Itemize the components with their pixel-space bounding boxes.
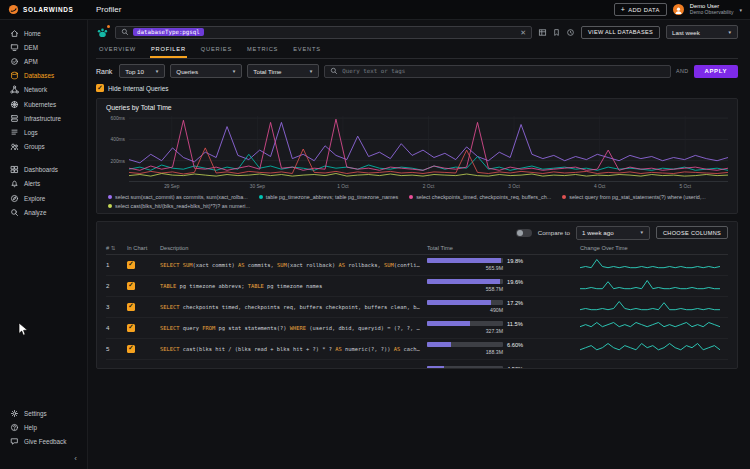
chevron-down-icon: ▼ — [232, 69, 237, 74]
rank-metric-select[interactable]: Total Time ▼ — [247, 64, 319, 78]
legend-item[interactable]: select sum(xact_commit) as commits, sum(… — [108, 194, 248, 200]
table-row[interactable]: 5 ✓ SELECT cast(blks_hit / (blks_read + … — [106, 339, 728, 360]
col-description-header: Description — [160, 245, 422, 251]
sidebar-collapse-button[interactable]: ‹ — [0, 449, 87, 469]
hide-internal-queries[interactable]: ✓ Hide Internal Queries — [96, 84, 738, 92]
query-description[interactable]: SELECT checkpoints_timed, checkpoints_re… — [160, 304, 422, 310]
row-checkbox[interactable]: ✓ — [127, 303, 135, 311]
search-icon — [330, 67, 338, 75]
tab-metrics[interactable]: METRICS — [246, 43, 279, 58]
legend-item[interactable]: select checkpoints_timed, checkpoints_re… — [409, 194, 551, 200]
sidebar-item-explore[interactable]: Explore — [0, 191, 87, 205]
add-data-label: ADD DATA — [628, 7, 660, 13]
compare-select[interactable]: 1 week ago ▼ — [576, 226, 650, 240]
sidebar-item-home[interactable]: Home — [0, 26, 87, 40]
sidebar-item-databases[interactable]: Databases — [0, 69, 87, 83]
sidebar-item-groups[interactable]: Groups — [0, 140, 87, 154]
total-time-percent: 17.2% — [507, 300, 523, 306]
sidebar-item-analyze[interactable]: Analyze — [0, 205, 87, 219]
total-time-cell: 6.60% 188.3M — [427, 342, 575, 356]
chevron-down-icon[interactable]: ▾ — [739, 7, 742, 13]
col-num-header[interactable]: # ⇅ — [106, 245, 122, 251]
avatar[interactable] — [673, 4, 684, 15]
total-time-value: 327.3M — [427, 328, 503, 334]
explore-icon — [10, 194, 19, 203]
row-checkbox[interactable]: ✓ — [127, 324, 135, 332]
chevron-down-icon: ▼ — [155, 69, 160, 74]
bookmark-icon[interactable] — [552, 28, 561, 37]
sidebar-secondary-group: DashboardsAlertsExploreAnalyze — [0, 163, 87, 220]
tab-events[interactable]: EVENTS — [292, 43, 322, 58]
sidebar-item-logs[interactable]: Logs — [0, 125, 87, 139]
add-data-button[interactable]: + ADD DATA — [614, 3, 667, 16]
clear-search-icon[interactable]: ✕ — [520, 29, 526, 36]
sidebar-item-help[interactable]: Help — [0, 421, 87, 435]
table-row[interactable]: 1 ✓ SELECT SUM(xact_commit) AS commits, … — [106, 255, 728, 276]
rank-entity-select[interactable]: Queries ▼ — [170, 64, 242, 78]
user-info[interactable]: Demo User Demo Observability — [690, 3, 734, 15]
tab-bar: OVERVIEWPROFILERQUERIESMETRICSEVENTS — [96, 43, 738, 59]
row-checkbox[interactable]: ✓ — [127, 282, 135, 290]
sidebar-item-infrastructure[interactable]: Infrastructure — [0, 111, 87, 125]
time-range-select[interactable]: Last week ▼ — [666, 25, 738, 39]
rank-top-value: Top 10 — [125, 68, 144, 75]
sidebar-item-dashboards[interactable]: Dashboards — [0, 163, 87, 177]
query-search-input[interactable] — [342, 68, 665, 74]
table-row[interactable]: 2 ✓ TABLE pg_timezone_abbrevs; TABLE pg_… — [106, 276, 728, 297]
table-row[interactable]: 6 4.50% — [106, 360, 728, 369]
x-tick-label: 4 Oct — [557, 184, 643, 189]
legend-item[interactable]: select cast(blks_hit/(blks_read+blks_hit… — [108, 203, 250, 209]
sidebar-item-kubernetes[interactable]: Kubernetes — [0, 97, 87, 111]
sidebar-item-label: Alerts — [24, 180, 40, 187]
query-description[interactable]: SELECT SUM(xact_commit) AS commits, SUM(… — [160, 262, 422, 268]
tab-queries[interactable]: QUERIES — [200, 43, 233, 58]
legend-color-dot — [562, 195, 566, 199]
chart-plot-area[interactable]: 29 Sep30 Sep1 Oct2 Oct3 Oct4 Oct5 Oct — [129, 116, 728, 189]
network-icon — [10, 85, 19, 94]
row-number: 3 — [106, 303, 122, 310]
table-row[interactable]: 3 ✓ SELECT checkpoints_timed, checkpoint… — [106, 297, 728, 318]
table-view-icon[interactable] — [538, 28, 547, 37]
total-time-value: 188.3M — [427, 349, 503, 355]
view-all-databases-button[interactable]: VIEW ALL DATABASES — [581, 26, 660, 39]
legend-item[interactable]: table pg_timezone_abbrevs; table pg_time… — [259, 194, 398, 200]
x-tick-label: 2 Oct — [386, 184, 472, 189]
sidebar: HomeDEMAPMDatabasesNetworkKubernetesInfr… — [0, 20, 88, 469]
row-checkbox[interactable]: ✓ — [127, 345, 135, 353]
rank-top-select[interactable]: Top 10 ▼ — [119, 64, 165, 78]
total-time-cell: 4.50% — [427, 366, 575, 369]
query-description[interactable]: SELECT query FROM pg_stat_statements(?) … — [160, 325, 422, 331]
and-label: AND — [676, 68, 689, 74]
solarwinds-logo[interactable]: SOLARWINDS — [8, 4, 86, 15]
table-header: # ⇅ In Chart Description Total Time Chan… — [106, 244, 728, 255]
legend-item[interactable]: select query from pg_stat_statements(?) … — [562, 194, 706, 200]
total-time-percent: 6.60% — [507, 342, 523, 348]
sidebar-item-apm[interactable]: APM — [0, 54, 87, 68]
time-series-chart[interactable] — [129, 116, 728, 182]
sidebar-item-network[interactable]: Network — [0, 83, 87, 97]
sidebar-item-alerts[interactable]: Alerts — [0, 177, 87, 191]
search-filter-chip[interactable]: databaseType:pgsql — [133, 28, 204, 36]
sidebar-item-settings[interactable]: Settings — [0, 406, 87, 420]
tab-profiler[interactable]: PROFILER — [150, 43, 187, 58]
choose-columns-button[interactable]: CHOOSE COLUMNS — [656, 226, 728, 239]
checkbox-checked-icon[interactable]: ✓ — [96, 84, 104, 92]
feedback-icon — [10, 437, 19, 446]
apply-button[interactable]: APPLY — [694, 65, 738, 78]
database-mascot-icon[interactable] — [96, 26, 109, 39]
row-checkbox[interactable]: ✓ — [127, 261, 135, 269]
compare-toggle[interactable] — [516, 229, 532, 237]
total-time-percent: 19.6% — [507, 279, 523, 285]
query-search[interactable] — [324, 65, 671, 78]
tab-overview[interactable]: OVERVIEW — [98, 43, 137, 58]
sidebar-item-give-feedback[interactable]: Give Feedback — [0, 435, 87, 449]
history-icon[interactable] — [566, 28, 575, 37]
query-description[interactable]: SELECT cast(blks_hit / (blks_read + blks… — [160, 346, 422, 352]
database-search[interactable]: databaseType:pgsql ✕ — [115, 26, 532, 39]
user-org: Demo Observability — [690, 10, 734, 16]
sidebar-item-dem[interactable]: DEM — [0, 40, 87, 54]
query-description[interactable]: TABLE pg_timezone_abbrevs; TABLE pg_time… — [160, 283, 422, 289]
filter-bar: databaseType:pgsql ✕ VIEW ALL DATABASES … — [96, 25, 738, 39]
table-row[interactable]: 4 ✓ SELECT query FROM pg_stat_statements… — [106, 318, 728, 339]
table-body: 1 ✓ SELECT SUM(xact_commit) AS commits, … — [106, 255, 728, 369]
